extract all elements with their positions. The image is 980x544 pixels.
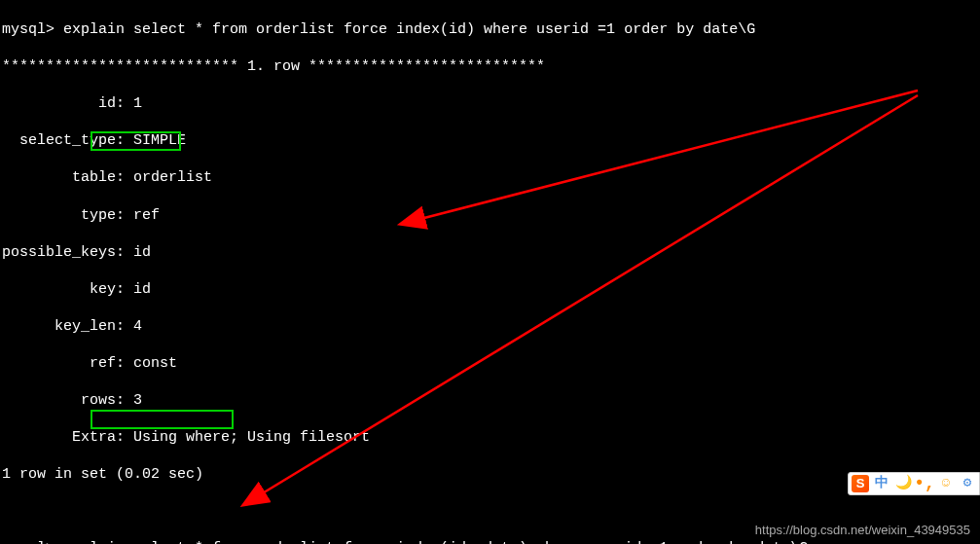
query1-command: explain select * from orderlist force in… <box>63 21 755 38</box>
field-key-len: key_len: 4 <box>2 317 980 336</box>
field-rows: rows: 3 <box>2 391 980 410</box>
field-possible-keys: possible_keys: id <box>2 243 980 262</box>
row-separator: *************************** 1. row *****… <box>2 57 980 76</box>
smile-icon[interactable]: ☺ <box>937 475 955 492</box>
gear-icon[interactable]: ⚙ <box>959 475 976 492</box>
sogou-icon[interactable]: S <box>852 475 869 492</box>
field-select-type: select_type: SIMPLE <box>2 131 980 150</box>
query2-prompt-line: mysql> explain select * from orderlist f… <box>2 539 980 544</box>
comma-icon[interactable]: •, <box>916 475 933 492</box>
field-extra: Extra: Using where; Using filesort <box>2 428 980 447</box>
field-table: table: orderlist <box>2 168 980 187</box>
mysql-prompt: mysql> <box>2 21 54 38</box>
watermark-url: https://blog.csdn.net/weixin_43949535 <box>755 523 970 539</box>
field-type: type: ref <box>2 206 980 225</box>
query1-prompt-line: mysql> explain select * from orderlist f… <box>2 20 980 39</box>
query2-command: explain select * from orderlist force in… <box>63 540 808 544</box>
field-key: key: id <box>2 280 980 299</box>
field-id: id: 1 <box>2 94 980 113</box>
query1-footer: 1 row in set (0.02 sec) <box>2 465 980 484</box>
mysql-prompt: mysql> <box>2 540 54 544</box>
moon-icon[interactable]: 🌙 <box>894 475 912 492</box>
terminal-output: mysql> explain select * from orderlist f… <box>0 0 980 544</box>
lang-icon[interactable]: 中 <box>873 475 890 492</box>
blank-line <box>2 502 980 521</box>
field-ref: ref: const <box>2 354 980 373</box>
ime-toolbar[interactable]: S 中 🌙 •, ☺ ⚙ <box>848 472 980 495</box>
